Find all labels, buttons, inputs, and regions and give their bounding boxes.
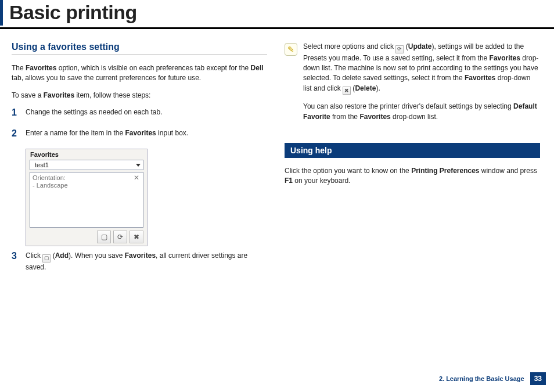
close-icon[interactable]: ✕ [134,174,141,182]
favorites-panel: Favorites test1 Orientation: ✕ - Landsca… [26,149,148,246]
right-column: ✎ Select more options and click ⟳ (Updat… [285,42,540,283]
save-intro: To save a Favorites item, follow these s… [12,91,267,100]
step-body: Click ▢ (Add). When you save Favorites, … [26,251,267,272]
favorites-intro: The Favorites option, which is visible o… [12,63,267,84]
steps-list: 1 Change the settings as needed on each … [12,107,267,138]
step-number: 2 [12,128,26,139]
favorites-selected: test1 [35,161,49,168]
step-body: Change the settings as needed on each ta… [26,107,163,118]
step-body: Enter a name for the item in the Favorit… [26,128,188,139]
help-paragraph: Click the option you want to know on the… [285,166,540,186]
favorites-panel-title: Favorites [28,150,145,160]
note-content: Select more options and click ⟳ (Update)… [303,42,540,129]
favorites-list: Orientation: ✕ - Landscape [30,172,143,228]
step-3: 3 Click ▢ (Add). When you save Favorites… [12,251,267,272]
favorites-buttons: ▢ ⟳ ✖ [28,229,145,244]
page-title: Basic printing [7,0,554,26]
steps-list-cont: 3 Click ▢ (Add). When you save Favorites… [12,251,267,272]
page-number: 33 [530,372,546,385]
step-number: 1 [12,107,26,118]
left-column: Using a favorites setting The Favorites … [12,42,267,283]
page-header: Basic printing [0,0,554,29]
page-footer: 2. Learning the Basic Usage 33 [439,372,546,385]
note-icon: ✎ [285,43,297,56]
step-1: 1 Change the settings as needed on each … [12,107,267,118]
favorites-dropdown[interactable]: test1 [30,160,143,170]
add-icon: ▢ [42,254,51,262]
help-heading: Using help [285,143,540,158]
delete-icon: ✖ [343,87,351,95]
content-columns: Using a favorites setting The Favorites … [0,29,554,283]
chapter-label: 2. Learning the Basic Usage [439,375,524,382]
update-button[interactable]: ⟳ [113,231,127,243]
note-p1: Select more options and click ⟳ (Update)… [303,42,540,95]
add-button[interactable]: ▢ [97,231,111,243]
note-box: ✎ Select more options and click ⟳ (Updat… [285,42,540,129]
step-number: 3 [12,251,26,272]
update-icon: ⟳ [395,45,404,53]
orientation-label: Orientation: [33,174,66,181]
orientation-value: - Landscape [33,182,141,189]
step-2: 2 Enter a name for the item in the Favor… [12,128,267,139]
delete-button[interactable]: ✖ [129,231,143,243]
chevron-down-icon [136,164,141,167]
header-accent [0,0,3,26]
note-p2: You can also restore the printer driver'… [303,102,540,122]
favorites-heading: Using a favorites setting [12,42,267,55]
